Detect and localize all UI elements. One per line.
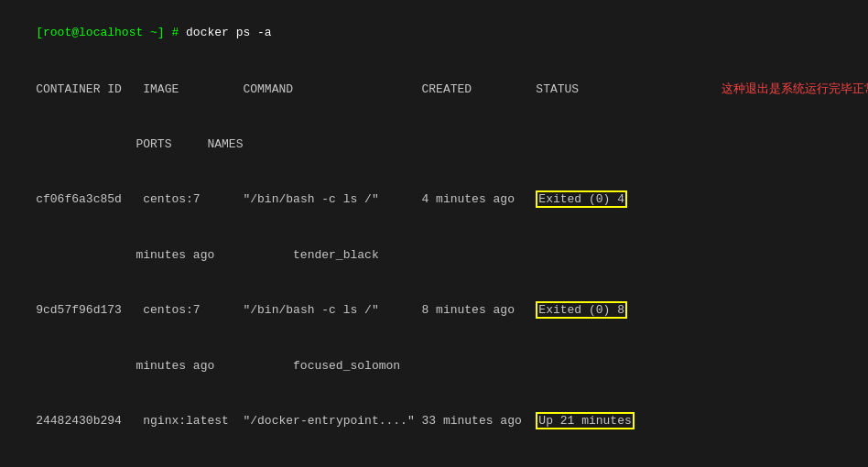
status-3: Up 21 minutes bbox=[536, 412, 634, 429]
header-line-1: CONTAINER ID IMAGE COMMAND CREATED STATU… bbox=[7, 60, 861, 116]
container-id-1: cf06f6a3c85d bbox=[36, 192, 143, 206]
created-3: 33 minutes ago bbox=[422, 414, 537, 428]
status-1: Exited (0) 4 bbox=[536, 190, 627, 208]
col-header-image: IMAGE bbox=[143, 82, 243, 96]
command-line-1: [root@localhost ~] # docker ps -a bbox=[7, 5, 861, 60]
created-2: 8 minutes ago bbox=[422, 303, 537, 317]
prompt-1: [root@localhost ~] # bbox=[36, 26, 186, 39]
status-2: Exited (0) 8 bbox=[536, 301, 627, 319]
col-header-id: CONTAINER ID bbox=[36, 82, 143, 96]
image-3: nginx:latest bbox=[143, 414, 243, 428]
col-header-ports-indent bbox=[36, 137, 136, 151]
row1-extra: minutes ago tender_black bbox=[36, 248, 378, 262]
col-header-command: COMMAND bbox=[243, 82, 421, 96]
table-row-3-line2: 80/tcp magical_carson bbox=[7, 449, 861, 467]
table-row-2-line2: minutes ago focused_solomon bbox=[7, 339, 861, 394]
annotation-normal-exit: 这种退出是系统运行完毕正常的退出 bbox=[722, 81, 868, 95]
container-id-2: 9cd57f96d173 bbox=[36, 303, 143, 317]
header-line-2: PORTS NAMES bbox=[7, 117, 861, 172]
col-header-ports: PORTS bbox=[136, 137, 207, 151]
image-1: centos:7 bbox=[143, 192, 243, 206]
col-header-names: NAMES bbox=[207, 137, 243, 151]
col-header-status: STATUS bbox=[536, 82, 722, 96]
terminal: [root@localhost ~] # docker ps -a CONTAI… bbox=[0, 0, 868, 467]
command-1: "/bin/bash -c ls /" bbox=[243, 192, 421, 206]
table-row-1-line2: minutes ago tender_black bbox=[7, 228, 861, 283]
row2-extra: minutes ago focused_solomon bbox=[36, 359, 400, 373]
table-row-1-line1: cf06f6a3c85d centos:7 "/bin/bash -c ls /… bbox=[7, 172, 861, 227]
container-id-3: 24482430b294 bbox=[36, 414, 143, 428]
image-2: centos:7 bbox=[143, 303, 243, 317]
table-row-2-line1: 9cd57f96d173 centos:7 "/bin/bash -c ls /… bbox=[7, 283, 861, 338]
created-1: 4 minutes ago bbox=[422, 192, 537, 206]
table-row-3-line1: 24482430b294 nginx:latest "/docker-entry… bbox=[7, 394, 861, 449]
command-2: "/bin/bash -c ls /" bbox=[243, 303, 421, 317]
cmd-1: docker ps -a bbox=[186, 26, 272, 39]
col-header-created: CREATED bbox=[422, 82, 537, 96]
command-3: "/docker-entrypoint...." bbox=[243, 414, 421, 428]
